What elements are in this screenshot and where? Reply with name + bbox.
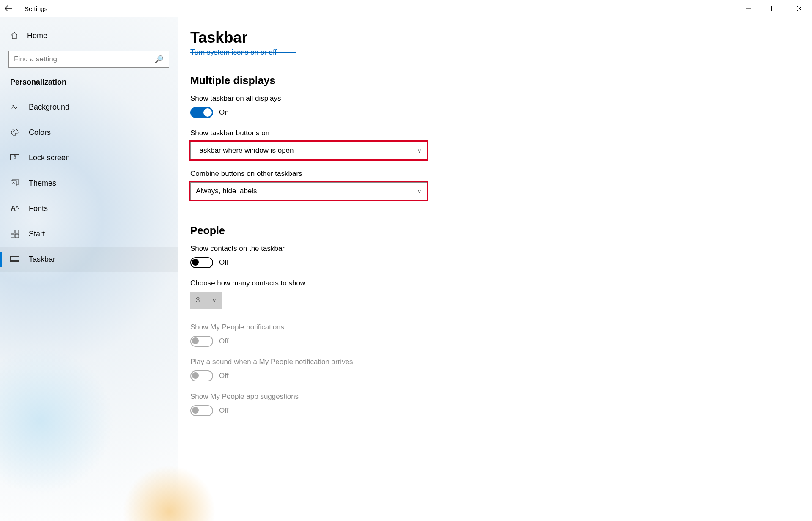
toggle-state-text: On [219, 108, 229, 117]
home-label: Home [27, 31, 47, 40]
sidebar: Home 🔍 Personalization Background Colors… [0, 17, 178, 521]
toggle-knob [203, 108, 212, 117]
toggle-show-taskbar-all-displays[interactable] [190, 107, 213, 118]
sidebar-item-label: Themes [29, 179, 56, 188]
taskbar-icon [10, 256, 19, 262]
chevron-down-icon: ∨ [417, 148, 422, 154]
close-icon [797, 6, 802, 11]
label-show-contacts: Show contacts on the taskbar [190, 244, 795, 253]
search-icon: 🔍 [155, 55, 164, 64]
main-content: Taskbar Turn system icons on or off Mult… [178, 17, 812, 521]
svg-point-4 [13, 131, 14, 132]
minimize-button[interactable] [736, 0, 761, 17]
maximize-icon [771, 6, 776, 11]
label-my-people-notifications: Show My People notifications [190, 323, 795, 332]
search-input[interactable]: 🔍 [8, 51, 169, 68]
svg-rect-16 [11, 260, 19, 262]
minimize-icon [746, 6, 751, 11]
svg-point-5 [14, 130, 15, 131]
sidebar-item-label: Start [29, 230, 45, 239]
section-heading-people: People [190, 225, 795, 237]
chevron-down-icon: ∨ [212, 297, 217, 304]
svg-rect-13 [11, 234, 14, 238]
title-bar: Settings [0, 0, 812, 17]
clipped-decoration [190, 52, 296, 53]
label-my-people-suggestions: Show My People app suggestions [190, 392, 795, 401]
dropdown-combine-buttons[interactable]: Always, hide labels ∨ [190, 182, 427, 200]
toggle-knob [192, 407, 199, 414]
sidebar-item-themes[interactable]: Themes [0, 170, 178, 196]
svg-rect-2 [11, 104, 19, 110]
svg-rect-14 [15, 234, 19, 238]
back-button[interactable] [0, 0, 17, 17]
maximize-button[interactable] [761, 0, 787, 17]
svg-rect-1 [772, 6, 776, 11]
sidebar-item-label: Taskbar [29, 255, 55, 264]
link-turn-system-icons[interactable]: Turn system icons on or off [190, 48, 795, 58]
close-button[interactable] [787, 0, 812, 17]
toggle-my-people-sound [190, 370, 213, 381]
lock-screen-icon [10, 154, 19, 161]
sidebar-item-taskbar[interactable]: Taskbar [0, 247, 178, 272]
home-button[interactable]: Home [0, 25, 178, 47]
toggle-show-contacts[interactable] [190, 257, 213, 268]
decorative-blob [0, 347, 114, 495]
toggle-state-text: Off [219, 372, 228, 380]
search-field[interactable] [14, 55, 155, 63]
dropdown-value: Taskbar where window is open [196, 146, 294, 155]
toggle-my-people-suggestions [190, 405, 213, 416]
sidebar-item-label: Background [29, 103, 69, 112]
svg-rect-12 [15, 230, 19, 233]
toggle-state-text: Off [219, 258, 228, 267]
sidebar-item-label: Lock screen [29, 154, 70, 162]
palette-icon [10, 128, 19, 137]
label-show-taskbar-buttons-on: Show taskbar buttons on [190, 129, 795, 137]
toggle-state-text: Off [219, 406, 228, 415]
sidebar-item-fonts[interactable]: AA Fonts [0, 196, 178, 221]
label-contacts-count: Choose how many contacts to show [190, 279, 795, 288]
window-controls [736, 0, 812, 17]
sidebar-item-start[interactable]: Start [0, 221, 178, 247]
image-icon [10, 104, 19, 110]
page-title: Taskbar [190, 29, 795, 47]
toggle-knob [192, 259, 199, 266]
dropdown-contacts-count[interactable]: 3 ∨ [190, 292, 222, 309]
svg-point-6 [16, 130, 16, 131]
home-icon [10, 31, 19, 40]
dropdown-value: Always, hide labels [196, 187, 257, 195]
arrow-left-icon [5, 5, 12, 12]
toggle-state-text: Off [219, 337, 228, 346]
sidebar-item-label: Fonts [29, 204, 48, 213]
sidebar-section-title: Personalization [0, 75, 178, 94]
window-title: Settings [25, 5, 47, 12]
start-icon [10, 230, 19, 238]
label-combine-buttons: Combine buttons on other taskbars [190, 170, 795, 178]
toggle-knob [192, 372, 199, 379]
toggle-knob [192, 337, 199, 344]
fonts-icon: AA [10, 205, 19, 212]
svg-point-3 [13, 105, 14, 107]
sidebar-item-lock-screen[interactable]: Lock screen [0, 145, 178, 170]
sidebar-item-background[interactable]: Background [0, 94, 178, 120]
chevron-down-icon: ∨ [417, 188, 422, 195]
sidebar-item-label: Colors [29, 128, 51, 137]
svg-rect-11 [11, 230, 14, 233]
svg-rect-10 [11, 181, 16, 186]
dropdown-value: 3 [196, 296, 200, 304]
section-heading-multiple-displays: Multiple displays [190, 74, 795, 87]
label-show-taskbar-all-displays: Show taskbar on all displays [190, 94, 795, 103]
sidebar-item-colors[interactable]: Colors [0, 120, 178, 145]
themes-icon [10, 179, 19, 187]
svg-rect-9 [14, 156, 16, 158]
label-my-people-sound: Play a sound when a My People notificati… [190, 358, 795, 366]
toggle-my-people-notifications [190, 336, 213, 347]
dropdown-show-taskbar-buttons-on[interactable]: Taskbar where window is open ∨ [190, 142, 427, 159]
